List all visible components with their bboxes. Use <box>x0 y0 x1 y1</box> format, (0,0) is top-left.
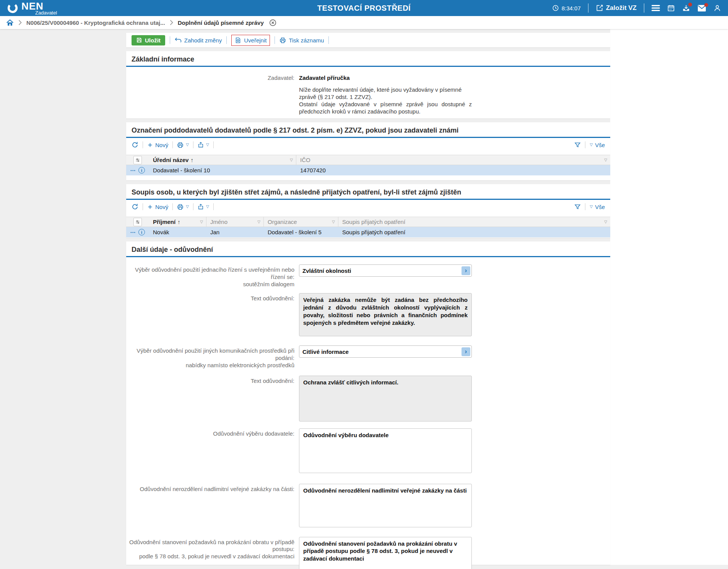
divider <box>143 141 143 148</box>
section-title: Další údaje - odůvodnění <box>126 242 610 256</box>
column-header-measures[interactable]: Soupis přijatých opatření ▽ <box>338 217 610 227</box>
column-filter-icon[interactable]: ▽ <box>604 220 607 224</box>
column-header-official-name[interactable]: Úřední název ↑ ▽ <box>149 155 296 165</box>
dropdown-triangle-icon: ▽ <box>590 143 593 147</box>
filter-icon[interactable] <box>574 142 581 148</box>
divider <box>193 141 193 148</box>
save-button[interactable]: Uložit <box>132 35 165 45</box>
print-record-button[interactable]: Tisk záznamu <box>280 37 324 44</box>
table-row[interactable]: ●●● i Novák Jan Dodavatel - školení 5 So… <box>126 227 610 237</box>
negotiated-procedure-reason-select[interactable]: Zvláštní okolnosti › <box>299 264 472 277</box>
export-grid-button[interactable]: ▽ <box>198 204 209 210</box>
downloads-badge <box>688 3 692 6</box>
user-icon[interactable] <box>713 4 721 12</box>
table-row[interactable]: ●●● i Dodavatel - školení 10 14707420 <box>126 165 610 175</box>
calendar-icon[interactable] <box>667 4 675 12</box>
cell-firstname: Jan <box>206 227 264 237</box>
nen-logo[interactable]: NEN Zadavatel <box>7 1 57 15</box>
grid-toolbar: Nový ▽ ▽ ▽ Vše <box>126 200 610 214</box>
column-header-surname[interactable]: Příjmení ↑ ▽ <box>149 217 206 227</box>
non-division-reason-label: Odůvodnění nerozdělení nadlimitní veřejn… <box>126 484 294 527</box>
section-title: Soupis osob, u kterých byl zjištěn střet… <box>126 184 610 199</box>
clock-time: 8:34:07 <box>562 5 581 11</box>
column-filter-icon[interactable]: ▽ <box>200 220 203 224</box>
instructions-note: Níže doplňte relevantní údaje, které jso… <box>299 86 472 115</box>
row-actions-icon[interactable]: ●●● <box>130 169 136 172</box>
additional-form: Výběr odůvodnění použití jednacího řízen… <box>126 257 610 569</box>
refresh-icon[interactable] <box>132 203 138 210</box>
column-filter-icon[interactable]: ▽ <box>604 158 607 162</box>
open-lookup-icon[interactable]: › <box>461 266 470 275</box>
section-title: Základní informace <box>126 51 610 66</box>
reason-text-2-textarea[interactable]: Ochrana zvlášť citlivých informací. <box>299 376 472 421</box>
divider <box>644 3 644 13</box>
open-lookup-icon[interactable]: › <box>461 347 470 356</box>
non-division-reason-textarea[interactable]: Odůvodnění nerozdělení nadlimitní veřejn… <box>299 484 472 527</box>
info-icon[interactable]: i <box>138 167 145 173</box>
create-vz-button[interactable]: Založit VZ <box>596 4 637 12</box>
chevron-right-icon <box>170 20 173 25</box>
publish-icon <box>235 37 241 44</box>
column-filter-icon[interactable]: ▽ <box>257 220 260 224</box>
mail-icon[interactable] <box>697 5 706 12</box>
communication-means-reason-select[interactable]: Citlivé informace › <box>299 345 472 358</box>
breadcrumb-item-procedure[interactable]: N006/25/V00004960 - Kryptografická ochra… <box>26 19 165 26</box>
filter-all-button[interactable]: ▽ Vše <box>590 142 605 148</box>
dropdown-triangle-icon: ▽ <box>206 205 209 209</box>
reason-text-textarea[interactable]: Veřejná zakázka nemůže být zadána bez př… <box>299 293 472 336</box>
filter-icon[interactable] <box>574 204 581 210</box>
refresh-icon[interactable] <box>132 141 138 148</box>
publish-button[interactable]: Uveřejnit <box>235 37 266 44</box>
mail-badge <box>704 3 708 7</box>
divider <box>213 203 214 210</box>
column-header-organization[interactable]: Organizace ▽ <box>264 217 338 227</box>
discard-changes-button[interactable]: Zahodit změny <box>175 37 222 44</box>
printer-icon <box>280 37 286 44</box>
column-header-firstname[interactable]: Jméno ▽ <box>206 217 264 227</box>
filter-all-button[interactable]: ▽ Vše <box>590 204 605 210</box>
subcontractors-section: Označení poddodavatelů dodavatelů podle … <box>126 122 610 180</box>
cell-surname: Novák <box>149 227 206 237</box>
downloads-icon[interactable] <box>682 4 690 12</box>
dropdown-triangle-icon: ▽ <box>590 205 593 209</box>
export-grid-button[interactable]: ▽ <box>198 142 209 148</box>
screen: NEN Zadavatel TESTOVACÍ PROSTŘEDÍ 8:34:0… <box>0 0 728 569</box>
new-row-button[interactable]: Nový <box>147 142 168 148</box>
close-icon[interactable] <box>269 19 276 26</box>
divider <box>588 3 588 13</box>
column-header-ico[interactable]: IČO ▽ <box>296 155 610 165</box>
contracting-authority-value: Zadavatel příručka <box>299 75 350 81</box>
turnover-requirements-reason-label: Odůvodnění stanovení požadavků na prokáz… <box>126 537 294 569</box>
menu-icon[interactable] <box>652 5 660 11</box>
sort-asc-icon: ↑ <box>177 219 180 225</box>
divider <box>585 203 585 210</box>
print-grid-button[interactable]: ▽ <box>177 204 189 210</box>
cell-ico: 14707420 <box>296 165 610 175</box>
new-row-button[interactable]: Nový <box>147 204 168 210</box>
column-filter-icon[interactable]: ▽ <box>290 158 293 162</box>
column-filter-icon[interactable]: ▽ <box>332 220 335 224</box>
negotiated-procedure-reason-label: Výběr odůvodnění použití jednacího řízen… <box>126 264 294 288</box>
row-actions-icon[interactable]: ●●● <box>130 231 136 233</box>
cell-organization: Dodavatel - školení 5 <box>264 227 338 237</box>
table-header: Úřední název ↑ ▽ IČO ▽ <box>126 155 610 165</box>
supplier-selection-reason-textarea[interactable]: Odůvodnění výběru dodavatele <box>299 428 472 473</box>
column-settings-icon[interactable] <box>133 218 142 226</box>
publish-annotation-box: Uveřejnit <box>231 35 270 46</box>
print-grid-button[interactable]: ▽ <box>177 142 189 148</box>
divider <box>193 203 193 210</box>
clock-icon <box>552 5 559 11</box>
note-line-2: Ostatní údaje vyžadované v písemné zpráv… <box>299 101 472 115</box>
right-panel <box>610 29 728 565</box>
divider <box>143 203 143 210</box>
home-icon[interactable] <box>6 19 14 26</box>
topbar-actions: 8:34:07 Založit VZ <box>552 3 721 13</box>
column-settings-icon[interactable] <box>133 156 142 164</box>
info-icon[interactable]: i <box>138 229 145 235</box>
communication-means-reason-label: Výběr odůvodnění použití jiných komunika… <box>126 345 294 369</box>
dropdown-triangle-icon: ▽ <box>186 205 189 209</box>
table-header: Příjmení ↑ ▽ Jméno ▽ Organizace ▽ Soupis… <box>126 217 610 227</box>
clock-display: 8:34:07 <box>552 5 581 11</box>
turnover-requirements-reason-textarea[interactable]: Odůvodnění stanovení požadavků na prokáz… <box>299 537 472 569</box>
divider <box>213 141 214 148</box>
